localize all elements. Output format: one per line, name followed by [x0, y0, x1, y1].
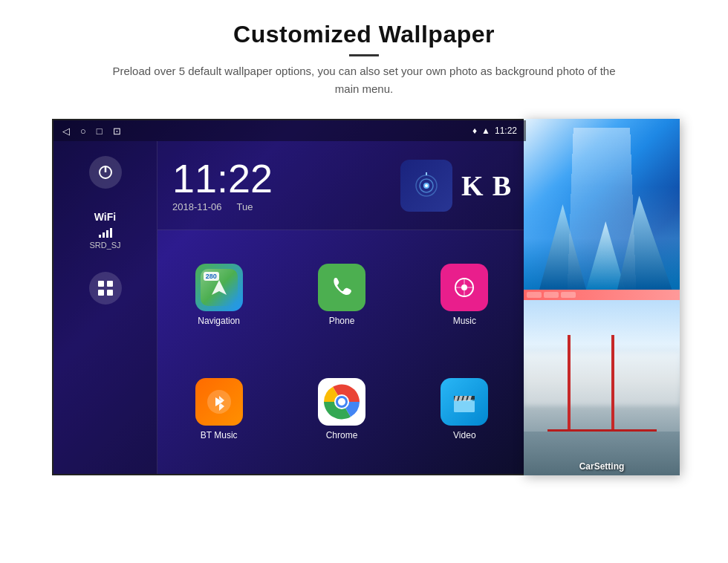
video-icon — [441, 378, 488, 426]
svg-rect-5 — [107, 290, 113, 296]
back-icon[interactable]: ◁ — [62, 126, 70, 137]
android-screen: ◁ ○ □ ⊡ ♦ ▲ 11:22 — [52, 119, 527, 475]
svg-rect-4 — [98, 290, 104, 296]
clock-time: 11:22 — [172, 158, 400, 198]
btmusic-label: BT Music — [201, 430, 238, 440]
location-icon: ♦ — [472, 126, 477, 136]
subtitle: Preload over 5 default wallpaper options… — [111, 62, 617, 98]
svg-point-17 — [338, 398, 345, 406]
signal-bars — [89, 226, 120, 238]
app-chrome[interactable]: Chrome — [280, 352, 403, 466]
page-container: Customized Wallpaper Preload over 5 defa… — [0, 0, 728, 563]
svg-point-12 — [461, 284, 467, 290]
app-phone[interactable]: Phone — [280, 238, 403, 352]
wifi-ssid: SRD_SJ — [89, 241, 120, 250]
apps-grid: 280 Navigation — [157, 230, 526, 474]
left-sidebar: WiFi SRD_SJ — [53, 141, 157, 474]
clock-day: Tue — [237, 201, 253, 212]
phone-label: Phone — [329, 316, 355, 326]
clock-date: 2018-11-06 Tue — [172, 201, 400, 212]
navigation-icon: 280 — [195, 264, 243, 311]
app-video[interactable]: Video — [403, 352, 526, 466]
wallpaper-stack: CarSetting — [524, 119, 680, 475]
k-icon-box[interactable]: K — [461, 160, 484, 212]
carsetting-label: CarSetting — [524, 461, 680, 472]
wifi-label: WiFi — [89, 211, 120, 223]
status-time: 11:22 — [495, 126, 517, 136]
top-right-icons: K B — [400, 160, 511, 212]
navigation-label: Navigation — [198, 316, 240, 326]
main-content: WiFi SRD_SJ — [53, 141, 526, 474]
b-icon-box[interactable]: B — [493, 160, 511, 212]
clock-date-value: 2018-11-06 — [172, 201, 222, 212]
app-btmusic[interactable]: BT Music — [157, 352, 280, 466]
screenshot-area: ◁ ○ □ ⊡ ♦ ▲ 11:22 — [52, 119, 676, 478]
phone-icon — [318, 264, 365, 311]
app-navigation[interactable]: 280 Navigation — [157, 238, 280, 352]
wallpaper-strip — [524, 290, 680, 300]
wallpaper-golden-gate[interactable]: CarSetting — [524, 300, 680, 475]
music-icon — [441, 264, 488, 311]
nav-map-icon: 280 — [201, 269, 238, 306]
title-divider — [349, 54, 379, 56]
video-label: Video — [453, 430, 475, 440]
screenshot-icon[interactable]: ⊡ — [113, 126, 121, 137]
svg-rect-2 — [98, 281, 104, 287]
status-bar: ◁ ○ □ ⊡ ♦ ▲ 11:22 — [53, 120, 526, 141]
nav-icons: ◁ ○ □ ⊡ — [62, 126, 121, 137]
app-music[interactable]: Music — [403, 238, 526, 352]
recent-icon[interactable]: □ — [97, 126, 103, 137]
wallpaper-ice-cave[interactable] — [524, 119, 680, 290]
power-button[interactable] — [89, 156, 122, 189]
svg-point-10 — [425, 184, 428, 187]
chrome-label: Chrome — [326, 430, 358, 440]
center-panel: 11:22 2018-11-06 Tue — [157, 141, 526, 474]
chrome-icon — [318, 378, 365, 426]
clock-date-row: 11:22 2018-11-06 Tue — [157, 141, 526, 230]
k-letter: K — [461, 169, 484, 202]
status-right: ♦ ▲ 11:22 — [472, 126, 517, 136]
btmusic-icon — [195, 378, 243, 426]
nav-badge: 280 — [204, 272, 219, 281]
title-section: Customized Wallpaper Preload over 5 defa… — [111, 0, 617, 105]
page-title: Customized Wallpaper — [111, 21, 617, 48]
music-label: Music — [453, 316, 476, 326]
b-letter: B — [493, 169, 511, 202]
wifi-icon: ▲ — [481, 126, 490, 136]
clock-area: 11:22 2018-11-06 Tue — [172, 158, 400, 212]
home-icon[interactable]: ○ — [80, 126, 86, 137]
svg-rect-3 — [107, 281, 113, 287]
all-apps-button[interactable] — [89, 272, 122, 305]
wifi-info: WiFi SRD_SJ — [89, 211, 120, 250]
radio-icon-box[interactable] — [400, 160, 452, 212]
